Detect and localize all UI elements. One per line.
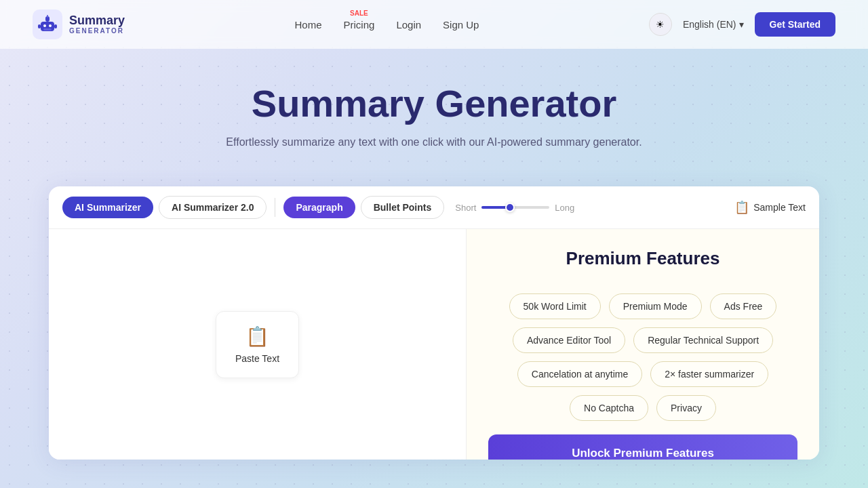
feature-faster-summarizer: 2× faster summarizer: [650, 361, 768, 387]
length-slider-area: Short Long: [455, 203, 574, 213]
logo-icon: [33, 9, 62, 39]
tab-bullet-points[interactable]: Bullet Points: [361, 196, 445, 219]
feature-ads-free: Ads Free: [710, 293, 777, 319]
paste-icon: 📋: [245, 325, 269, 348]
feature-privacy: Privacy: [656, 395, 716, 421]
logo-title: Summary: [69, 14, 125, 28]
toolbar-divider: [275, 198, 275, 217]
svg-rect-3: [49, 24, 52, 27]
features-row-3: Cancelation at anytime 2× faster summari…: [488, 361, 797, 387]
text-input-pane: 📋 Paste Text: [49, 229, 467, 460]
feature-word-limit: 50k Word Limit: [509, 293, 601, 319]
nav-home[interactable]: Home: [295, 19, 322, 30]
paste-text-button[interactable]: 📋 Paste Text: [216, 311, 299, 378]
tab-paragraph[interactable]: Paragraph: [283, 197, 355, 218]
nav-links: Home SALE Pricing Login Sign Up: [295, 19, 479, 30]
features-row-2: Advance Editor Tool Regular Technical Su…: [488, 327, 797, 353]
svg-rect-5: [47, 15, 48, 18]
slider-long-label: Long: [555, 203, 574, 213]
feature-no-captcha: No Captcha: [570, 395, 648, 421]
navbar: Summary GENERATOR Home SALE Pricing Logi…: [0, 0, 868, 49]
feature-cancelation: Cancelation at anytime: [517, 361, 642, 387]
language-selector[interactable]: English (EN) ▾: [683, 19, 744, 30]
logo-text: Summary GENERATOR: [69, 14, 125, 35]
toolbar: AI Summarizer AI Summarizer 2.0 Paragrap…: [49, 186, 819, 229]
tool-card: AI Summarizer AI Summarizer 2.0 Paragrap…: [49, 186, 819, 460]
sun-icon: ☀: [656, 19, 665, 30]
hero-subtitle: Effortlessly summarize any text with one…: [14, 136, 854, 148]
nav-login[interactable]: Login: [396, 19, 421, 30]
features-row-4: No Captcha Privacy: [488, 395, 797, 421]
clipboard-icon: 📋: [734, 200, 749, 215]
nav-right: ☀ English (EN) ▾ Get Started: [649, 12, 835, 37]
feature-premium-mode: Premium Mode: [609, 293, 702, 319]
tab-ai-summarizer-2[interactable]: AI Summarizer 2.0: [159, 196, 267, 219]
sale-badge: SALE: [350, 9, 368, 17]
feature-technical-support: Regular Technical Support: [633, 327, 773, 353]
paste-label: Paste Text: [235, 353, 279, 364]
logo-sub: GENERATOR: [69, 27, 125, 35]
premium-title: Premium Features: [566, 248, 720, 269]
premium-features-pane: Premium Features 50k Word Limit Premium …: [467, 229, 819, 460]
nav-signup[interactable]: Sign Up: [443, 19, 479, 30]
theme-toggle-button[interactable]: ☀: [649, 13, 672, 36]
main-content: 📋 Paste Text Premium Features 50k Word L…: [49, 229, 819, 460]
feature-advance-editor: Advance Editor Tool: [513, 327, 625, 353]
length-slider-track[interactable]: [481, 206, 549, 209]
hero-section: Summary Generator Effortlessly summarize…: [0, 49, 868, 186]
sample-text-button[interactable]: 📋 Sample Text: [734, 200, 806, 215]
unlock-premium-button[interactable]: Unlock Premium Features: [488, 434, 797, 460]
svg-rect-2: [43, 24, 46, 27]
slider-thumb: [505, 203, 515, 212]
slider-short-label: Short: [455, 203, 476, 213]
tab-ai-summarizer[interactable]: AI Summarizer: [62, 197, 153, 218]
svg-rect-8: [43, 28, 52, 30]
features-row-1: 50k Word Limit Premium Mode Ads Free: [488, 293, 797, 319]
hero-title: Summary Generator: [14, 81, 854, 125]
svg-rect-6: [38, 24, 41, 28]
features-grid: 50k Word Limit Premium Mode Ads Free Adv…: [488, 293, 797, 421]
svg-rect-7: [54, 24, 57, 28]
nav-pricing[interactable]: SALE Pricing: [344, 19, 375, 30]
get-started-button[interactable]: Get Started: [755, 12, 835, 37]
logo: Summary GENERATOR: [33, 9, 125, 39]
